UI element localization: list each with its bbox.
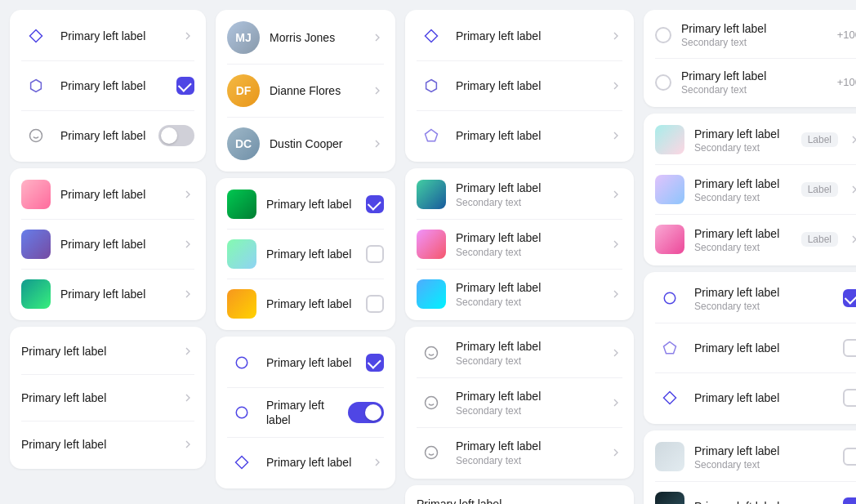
value-text: +100 [837,29,856,41]
item-label: Primary left label [681,69,827,83]
list-item-dustin[interactable]: DC Dustin Cooper [216,119,395,168]
list-item[interactable]: Primary left label [10,13,206,59]
list-item[interactable]: Primary left label [644,484,856,504]
list-item[interactable]: Primary left label [10,423,206,466]
list-item-dianne[interactable]: DF Dianne Flores [216,66,395,115]
list-item[interactable]: Primary left label Secondary text [644,434,856,479]
thumbnail-food [417,230,446,259]
item-label: Primary left label [266,455,361,470]
radio-empty[interactable] [655,27,671,43]
list-item[interactable]: Primary left label [216,439,395,485]
thumbnail-buildings [21,230,51,259]
chevron-right-icon [181,438,194,451]
list-item[interactable]: Primary left label [405,63,634,109]
item-text: Primary left label [266,297,356,311]
pentagon-icon [417,121,446,150]
list-item[interactable]: Primary left label Secondary text +100 [644,60,856,104]
smiley-icon [417,388,446,417]
list-item[interactable]: Primary left label Secondary text [405,172,634,217]
column-1: Primary left label Primary left label [10,10,206,504]
item-text: Primary left label [60,237,172,252]
item-secondary: Secondary text [694,242,791,253]
list-item[interactable]: Primary left label [644,325,856,371]
item-secondary: Secondary text [456,355,600,367]
item-label: Primary left label [456,389,600,404]
list-item[interactable]: Primary left label [405,113,634,158]
list-item[interactable]: Primary left label [10,377,206,419]
svg-marker-21 [664,342,676,354]
list-item[interactable]: Primary left label [405,13,634,59]
item-text: Primary left label [60,29,172,43]
item-text: Primary left label Secondary text [694,127,791,154]
list-item[interactable]: Primary left label [216,390,395,435]
svg-marker-0 [30,30,42,42]
thumbnail-pink [21,180,51,209]
checkbox-empty[interactable] [366,295,384,313]
item-secondary: Secondary text [681,84,827,96]
item-label: Primary left label [694,444,833,458]
checkbox-empty[interactable] [843,389,856,407]
item-label: Primary left label [456,128,600,143]
list-item[interactable]: Primary left label [216,281,395,327]
item-label: Primary left label [21,345,172,358]
checkbox-checked[interactable] [843,497,856,504]
toggle-off[interactable] [158,125,194,146]
checkbox-empty[interactable] [843,339,856,357]
toggle-on[interactable] [348,402,384,423]
item-secondary: Secondary text [694,301,833,312]
checkbox-empty[interactable] [843,448,856,466]
list-item[interactable]: Primary left label [10,330,206,372]
list-item[interactable]: Primary left label Secondary text Label [644,216,856,262]
checkbox-empty[interactable] [366,245,384,263]
list-item[interactable]: Primary left label Secondary text [405,221,634,267]
list-item[interactable]: Primary left label [216,181,395,227]
item-text: Dianne Flores [270,83,361,98]
chevron-right-icon [609,129,622,142]
checkbox-checked[interactable] [843,289,856,307]
list-item[interactable]: Primary left label [10,63,206,109]
item-text: Primary left label Secondary text [456,389,600,416]
list-item[interactable]: Primary left label Secondary text +100 [644,13,856,56]
list-item-morris[interactable]: MJ Morris Jones [216,13,395,62]
list-item[interactable]: Primary left label [10,221,206,267]
checkbox-checked[interactable] [176,77,194,95]
divider [655,323,856,323]
list-item[interactable]: Primary left label [216,231,395,277]
thumbnail-teal2 [655,492,684,504]
list-item[interactable]: Primary left label [10,113,206,158]
item-secondary: Secondary text [456,297,600,308]
checkbox-checked[interactable] [366,195,384,213]
list-item[interactable]: Primary left label [10,172,206,217]
list-item[interactable]: Primary left label Secondary text [405,488,634,504]
hexagon-icon [21,71,51,100]
item-text: Primary left label [694,390,833,405]
value-text: +100 [837,76,856,88]
item-label: Primary left label [456,230,600,245]
checkbox-checked[interactable] [366,354,384,372]
item-text: Primary left label Secondary text [456,181,600,207]
list-item[interactable]: Primary left label Secondary text [405,271,634,317]
list-item[interactable]: Primary left label Secondary text [405,380,634,426]
list-item[interactable]: Primary left label Secondary text Label [644,167,856,212]
list-item[interactable]: Primary left label [216,340,395,386]
svg-point-6 [236,407,247,418]
card-icon-toggle: Primary left label Primary left label [216,337,395,488]
item-label: Primary left label [60,128,149,143]
divider [227,64,384,65]
chevron-right-icon [181,345,194,358]
item-text: Primary left label [60,128,149,143]
circle-icon [227,348,256,377]
item-secondary: Secondary text [456,455,600,466]
radio-empty[interactable] [655,74,671,91]
list-item[interactable]: Primary left label [644,375,856,421]
pentagon-icon [655,333,684,363]
item-label: Primary left label [681,21,827,36]
list-item[interactable]: Primary left label Secondary text Label [644,117,856,163]
chevron-right-icon [181,29,194,42]
list-item[interactable]: Primary left label [10,271,206,317]
svg-point-20 [664,293,675,305]
list-item[interactable]: Primary left label Secondary text [644,275,856,321]
list-item[interactable]: Primary left label Secondary text [405,330,634,376]
list-item[interactable]: Primary left label Secondary text [405,430,634,475]
card-thumbnails: Primary left label Primary left label Pr… [10,168,206,320]
